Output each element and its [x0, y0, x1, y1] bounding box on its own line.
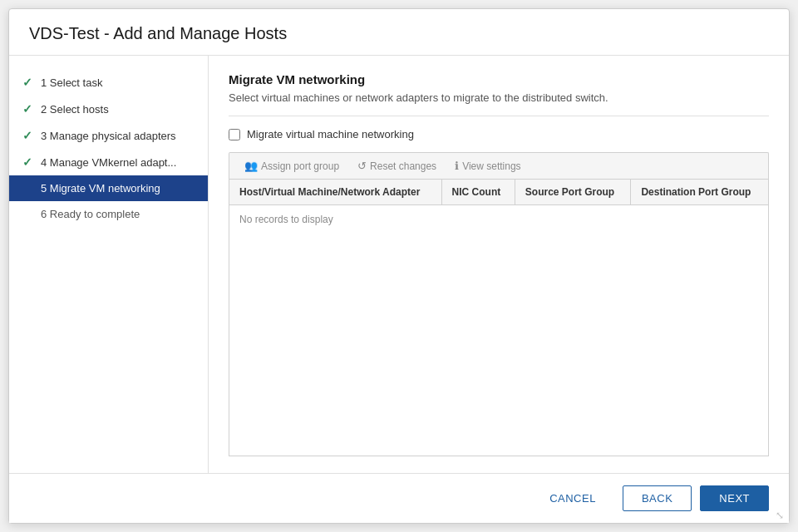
table-header-row: Host/Virtual Machine/Network Adapter NIC… [229, 180, 768, 205]
info-icon: ℹ [455, 160, 459, 172]
col-dest-port: Destination Port Group [631, 180, 768, 205]
checkmark-icon: ✓ [22, 102, 36, 116]
main-content: Migrate VM networking Select virtual mac… [209, 56, 789, 473]
table-toolbar: 👥 Assign port group ↺ Reset changes ℹ Vi… [229, 152, 769, 179]
empty-message: No records to display [229, 205, 768, 234]
divider [229, 116, 769, 116]
section-title: Migrate VM networking [229, 72, 769, 86]
dialog-footer: CANCEL BACK NEXT [9, 473, 789, 523]
resize-handle[interactable]: ⤡ [776, 510, 786, 520]
reset-label: Reset changes [370, 160, 436, 172]
sidebar-item-step5[interactable]: 5 Migrate VM networking [9, 175, 208, 201]
dialog-title: VDS-Test - Add and Manage Hosts [9, 9, 789, 56]
reset-changes-button[interactable]: ↺ Reset changes [349, 156, 445, 175]
assign-icon: 👥 [244, 160, 258, 172]
checkmark-icon: ✓ [22, 129, 36, 142]
migrate-networking-row: Migrate virtual machine networking [229, 128, 769, 140]
sidebar-item-label: 1 Select task [41, 76, 102, 89]
cancel-button[interactable]: CANCEL [531, 486, 614, 510]
sidebar-item-step2[interactable]: ✓ 2 Select hosts [9, 96, 208, 122]
view-label: View settings [462, 160, 520, 172]
sidebar: ✓ 1 Select task ✓ 2 Select hosts ✓ 3 Man… [9, 56, 209, 473]
col-nic-count: NIC Count [441, 180, 515, 205]
sidebar-item-step4[interactable]: ✓ 4 Manage VMkernel adapt... [9, 149, 208, 175]
sidebar-item-label: 2 Select hosts [41, 103, 109, 116]
checkmark-icon: ✓ [22, 76, 36, 89]
section-description: Select virtual machines or network adapt… [229, 91, 769, 104]
migrate-vm-label[interactable]: Migrate virtual machine networking [247, 128, 414, 140]
sidebar-item-label: 6 Ready to complete [41, 208, 140, 220]
sidebar-item-step3[interactable]: ✓ 3 Manage physical adapters [9, 122, 208, 149]
back-button[interactable]: BACK [623, 485, 692, 511]
sidebar-item-label: 4 Manage VMkernel adapt... [41, 156, 176, 169]
assign-label: Assign port group [261, 160, 339, 172]
view-settings-button[interactable]: ℹ View settings [446, 156, 529, 175]
empty-message-row: No records to display [229, 205, 768, 234]
sidebar-item-label: 5 Migrate VM networking [41, 182, 160, 195]
checkmark-icon: ✓ [22, 155, 36, 169]
vm-network-table-wrapper: Host/Virtual Machine/Network Adapter NIC… [229, 179, 769, 456]
sidebar-item-label: 3 Manage physical adapters [41, 130, 176, 142]
col-source-port: Source Port Group [515, 180, 631, 205]
sidebar-item-step6[interactable]: 6 Ready to complete [9, 201, 208, 227]
assign-port-group-button[interactable]: 👥 Assign port group [236, 156, 347, 175]
col-host-vm: Host/Virtual Machine/Network Adapter [229, 180, 441, 205]
reset-icon: ↺ [357, 160, 367, 172]
vm-network-table: Host/Virtual Machine/Network Adapter NIC… [229, 180, 768, 234]
sidebar-item-step1[interactable]: ✓ 1 Select task [9, 69, 208, 96]
migrate-vm-checkbox[interactable] [229, 129, 240, 140]
dialog-body: ✓ 1 Select task ✓ 2 Select hosts ✓ 3 Man… [9, 56, 789, 473]
dialog-container: VDS-Test - Add and Manage Hosts ✓ 1 Sele… [8, 8, 790, 524]
next-button[interactable]: NEXT [700, 485, 769, 511]
